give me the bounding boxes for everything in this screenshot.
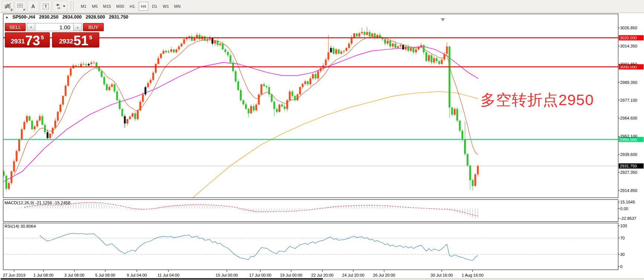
time-tick-label: 5 Jul 08:00: [95, 273, 115, 277]
volume-input[interactable]: [35, 23, 73, 31]
candle-body: [242, 100, 244, 104]
candle-body: [237, 81, 239, 90]
candle-body: [44, 125, 46, 132]
volume-decrease-button[interactable]: ▼: [27, 23, 35, 31]
candle-body: [183, 39, 185, 44]
candle-body: [129, 117, 131, 119]
candle-body: [98, 67, 100, 71]
candle-body: [176, 49, 177, 52]
candle-body: [253, 106, 255, 111]
buy-button[interactable]: BUY: [83, 23, 104, 31]
candle-body: [325, 59, 327, 65]
candle-body: [255, 105, 257, 111]
timeframe-button-m5[interactable]: M5: [90, 2, 100, 11]
candle-body: [474, 174, 476, 186]
candle-body: [90, 62, 92, 64]
candle-body: [52, 128, 54, 134]
time-tick-label: 9 Jul 04:00: [127, 273, 147, 277]
scrollbar-thumb[interactable]: [1, 278, 323, 280]
chart-canvas[interactable]: 3020.0003000.0002950.0002931.750 3026.85…: [0, 13, 644, 280]
timeframe-button-m30[interactable]: M30: [114, 2, 126, 11]
candle-body: [461, 131, 463, 139]
buy-price-box[interactable]: 2932 51 5: [52, 32, 99, 48]
candle-body: [356, 33, 358, 36]
macd-content: [6, 202, 478, 218]
buy-price-big: 51: [74, 35, 88, 47]
candle-body: [299, 87, 301, 95]
timeframe-button-h4[interactable]: H4: [139, 2, 148, 11]
horizontal-scrollbar[interactable]: [0, 278, 644, 280]
candle-body: [49, 134, 51, 138]
candle-body: [10, 172, 12, 183]
chevron-down-icon: [63, 5, 66, 7]
chart-template-button[interactable]: E: [2, 1, 14, 12]
collapse-triangle-icon[interactable]: ▲: [5, 15, 9, 19]
candle-body: [412, 48, 414, 52]
candle-body: [328, 52, 329, 60]
time-tick-label: 24 Jul 20:00: [342, 273, 364, 277]
macd-tick-label: -22.8537: [620, 216, 636, 221]
time-tick-label: 11 Jul 04:00: [157, 273, 179, 277]
price-tick-label: 2989.350: [620, 80, 637, 85]
timeframe-button-d1[interactable]: D1: [150, 2, 160, 11]
fibo-grid-button[interactable]: F: [15, 1, 26, 12]
candle-body: [96, 62, 97, 67]
candle-body: [157, 58, 159, 64]
candle-body: [29, 116, 30, 121]
timeframe-button-m1[interactable]: M1: [79, 2, 88, 11]
candle-body: [410, 48, 412, 51]
price-tick-label: 2939.600: [620, 152, 637, 157]
candle-body: [145, 87, 146, 95]
arrows-icon: [55, 3, 62, 10]
candle-body: [389, 41, 391, 47]
symbol-info: ▲ SP500-,H4 2930.250 2934.000 2928.500 2…: [5, 14, 131, 20]
candlesticks: [3, 27, 479, 191]
sell-button[interactable]: SELL: [5, 23, 26, 31]
candle-body: [121, 109, 123, 116]
volume-increase-button[interactable]: ▲: [73, 23, 82, 31]
candle-body: [83, 64, 84, 65]
candle-body: [160, 54, 162, 58]
candle-body: [227, 52, 229, 55]
timeframe-button-m15[interactable]: M15: [101, 2, 113, 11]
text-label-button[interactable]: A: [27, 1, 39, 12]
letter-t-icon: T: [43, 3, 49, 9]
candle-body: [168, 52, 170, 52]
letter-a-icon: A: [31, 3, 35, 9]
time-tick-label: 27 Jun 2019: [3, 273, 26, 277]
buy-price-sup: 5: [89, 34, 92, 40]
candle-body: [405, 46, 407, 49]
price-tick-label: 2977.100: [620, 98, 637, 102]
sell-price-box[interactable]: 2931 73 5: [5, 32, 50, 48]
candle-body: [5, 176, 7, 189]
candle-body: [178, 46, 180, 49]
candle-body: [273, 102, 275, 109]
object-marker: [441, 18, 445, 22]
candle-body: [67, 75, 69, 85]
candle-body: [444, 54, 445, 60]
candle-body: [85, 65, 87, 65]
candle-body: [88, 64, 90, 65]
candle-body: [132, 113, 133, 117]
time-tick-label: 30 Jul 16:00: [431, 273, 453, 277]
candle-body: [62, 96, 64, 104]
price-tick-label: 2952.100: [620, 134, 637, 139]
candle-body: [302, 84, 303, 87]
timeframe-button-w1[interactable]: W1: [161, 2, 171, 11]
candle-body: [34, 126, 36, 129]
gray-triangle-marker[interactable]: [441, 18, 445, 22]
candle-body: [415, 49, 417, 52]
candle-body: [124, 116, 126, 124]
timeframe-button-h1[interactable]: H1: [128, 2, 137, 11]
ohlc-low: 2928.500: [86, 14, 105, 20]
arrows-dropdown-button[interactable]: [52, 1, 68, 12]
candle-body: [330, 48, 332, 52]
ohlc-high: 2934.000: [62, 14, 82, 20]
price-tick-label: 3001.850: [620, 62, 637, 66]
text-box-button[interactable]: T: [40, 1, 52, 12]
toolbar-separator: [71, 1, 74, 11]
candle-body: [369, 32, 371, 36]
candle-body: [467, 154, 468, 166]
timeframe-button-mn[interactable]: MN: [172, 2, 182, 11]
candle-body: [297, 94, 299, 100]
